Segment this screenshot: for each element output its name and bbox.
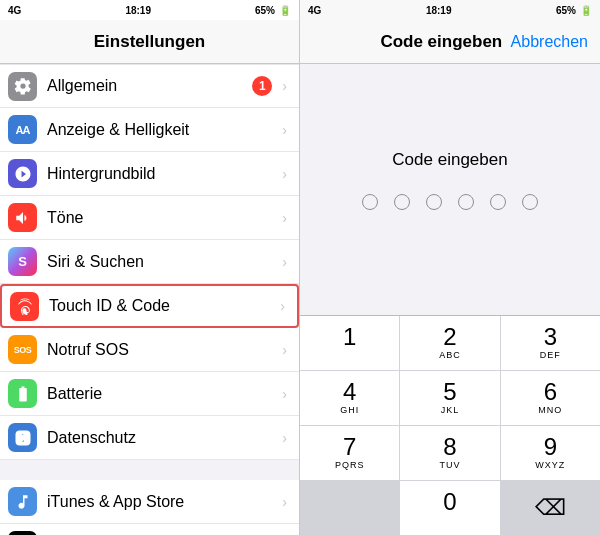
settings-item-allgemein[interactable]: Allgemein 1 › [0, 64, 299, 108]
status-left: 4G [8, 5, 21, 16]
battery-icon-left: 🔋 [279, 5, 291, 16]
code-prompt: Code eingeben [392, 150, 507, 170]
siri-label: Siri & Suchen [47, 253, 278, 271]
status-bar-left: 4G 18:19 65% 🔋 [0, 0, 299, 20]
datenschutz-icon [8, 423, 37, 452]
code-nav-bar: Code eingeben Abbrechen [300, 20, 600, 64]
battery-icon-right: 🔋 [580, 5, 592, 16]
key-num-3: 3 [544, 325, 557, 349]
datenschutz-chevron: › [282, 430, 287, 446]
notruf-chevron: › [282, 342, 287, 358]
key-num-2: 2 [443, 325, 456, 349]
hintergrund-label: Hintergrundbild [47, 165, 278, 183]
anzeige-label: Anzeige & Helligkeit [47, 121, 278, 139]
numpad-key-empty [300, 481, 399, 535]
numpad-key-⌫[interactable]: ⌫ [501, 481, 600, 535]
key-letters-9: WXYZ [535, 460, 565, 471]
code-dot-4 [458, 194, 474, 210]
settings-item-toene[interactable]: Töne › [0, 196, 299, 240]
anzeige-icon: AA [8, 115, 37, 144]
hintergrund-chevron: › [282, 166, 287, 182]
settings-item-siri[interactable]: S Siri & Suchen › [0, 240, 299, 284]
code-dot-3 [426, 194, 442, 210]
datenschutz-label: Datenschutz [47, 429, 278, 447]
key-letters-5: JKL [441, 405, 460, 416]
itunes-chevron: › [282, 494, 287, 510]
key-letters-2: ABC [439, 350, 461, 361]
code-dot-6 [522, 194, 538, 210]
allgemein-icon [8, 72, 37, 101]
settings-title: Einstellungen [94, 32, 205, 52]
code-dot-2 [394, 194, 410, 210]
key-num-6: 6 [544, 380, 557, 404]
batterie-icon [8, 379, 37, 408]
key-letters-6: MNO [538, 405, 562, 416]
numpad-key-0[interactable]: 0 [400, 481, 499, 535]
touchid-chevron: › [280, 298, 285, 314]
key-letters-4: GHI [340, 405, 359, 416]
key-num-0: 0 [443, 490, 456, 514]
numpad-key-4[interactable]: 4GHI [300, 371, 399, 425]
numpad-key-5[interactable]: 5JKL [400, 371, 499, 425]
key-letters-3: DEF [540, 350, 561, 361]
numpad-key-3[interactable]: 3DEF [501, 316, 600, 370]
toene-chevron: › [282, 210, 287, 226]
time-left: 18:19 [125, 5, 151, 16]
settings-item-touchid[interactable]: Touch ID & Code › [0, 284, 299, 328]
settings-item-notruf[interactable]: SOS Notruf SOS › [0, 328, 299, 372]
settings-item-itunes[interactable]: iTunes & App Store › [0, 480, 299, 524]
siri-icon: S [8, 247, 37, 276]
batterie-label: Batterie [47, 385, 278, 403]
time-right: 18:19 [426, 5, 452, 16]
carrier-right: 4G [308, 5, 321, 16]
code-dot-5 [490, 194, 506, 210]
code-area: Code eingeben [300, 64, 600, 315]
code-nav-title: Code eingeben [372, 32, 511, 52]
settings-item-hintergrund[interactable]: Hintergrundbild › [0, 152, 299, 196]
battery-right: 65% [556, 5, 576, 16]
status-bar-right: 4G 18:19 65% 🔋 [300, 0, 600, 20]
code-panel: 4G 18:19 65% 🔋 Code eingeben Abbrechen C… [300, 0, 600, 535]
numpad-key-8[interactable]: 8TUV [400, 426, 499, 480]
key-num-7: 7 [343, 435, 356, 459]
numpad-key-6[interactable]: 6MNO [501, 371, 600, 425]
key-num-4: 4 [343, 380, 356, 404]
itunes-icon [8, 487, 37, 516]
numpad: 12ABC3DEF4GHI5JKL6MNO7PQRS8TUV9WXYZ0⌫ [300, 315, 600, 535]
wallet-icon [8, 531, 37, 535]
key-num-1: 1 [343, 325, 356, 349]
numpad-key-9[interactable]: 9WXYZ [501, 426, 600, 480]
key-letters-7: PQRS [335, 460, 365, 471]
notruf-icon: SOS [8, 335, 37, 364]
siri-chevron: › [282, 254, 287, 270]
allgemein-chevron: › [282, 78, 287, 94]
settings-item-wallet[interactable]: Wallet & Apple Pay › [0, 524, 299, 535]
settings-item-batterie[interactable]: Batterie › [0, 372, 299, 416]
cancel-button[interactable]: Abbrechen [511, 33, 588, 51]
settings-panel: 4G 18:19 65% 🔋 Einstellungen Allgemein 1… [0, 0, 300, 535]
touchid-icon [10, 292, 39, 321]
delete-icon: ⌫ [535, 495, 566, 521]
toene-label: Töne [47, 209, 278, 227]
key-letters-8: TUV [439, 460, 460, 471]
key-num-8: 8 [443, 435, 456, 459]
numpad-key-7[interactable]: 7PQRS [300, 426, 399, 480]
code-dots [362, 194, 538, 210]
toene-icon [8, 203, 37, 232]
settings-item-datenschutz[interactable]: Datenschutz › [0, 416, 299, 460]
notruf-label: Notruf SOS [47, 341, 278, 359]
numpad-key-2[interactable]: 2ABC [400, 316, 499, 370]
section-spacer [0, 460, 299, 480]
hintergrund-icon [8, 159, 37, 188]
key-num-5: 5 [443, 380, 456, 404]
status-right-left: 65% 🔋 [255, 5, 291, 16]
touchid-label: Touch ID & Code [49, 297, 276, 315]
anzeige-chevron: › [282, 122, 287, 138]
settings-item-anzeige[interactable]: AA Anzeige & Helligkeit › [0, 108, 299, 152]
settings-nav-bar: Einstellungen [0, 20, 299, 64]
numpad-key-1[interactable]: 1 [300, 316, 399, 370]
itunes-label: iTunes & App Store [47, 493, 278, 511]
code-dot-1 [362, 194, 378, 210]
carrier-left: 4G [8, 5, 21, 16]
allgemein-badge: 1 [252, 76, 272, 96]
